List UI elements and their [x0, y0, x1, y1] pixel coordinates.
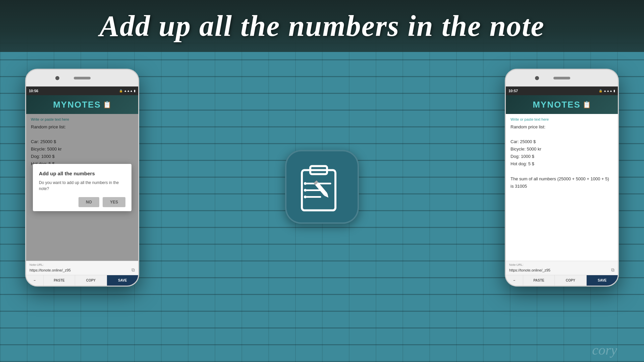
speaker-right [553, 77, 570, 79]
url-text-left: https://tonote.online/_z95 [30, 268, 71, 272]
note-area-right[interactable]: Write or paste text here Random price li… [506, 114, 618, 261]
top-banner: Add up all the numbers in the note [0, 0, 644, 52]
svg-point-7 [304, 196, 307, 198]
phone-top-left [26, 70, 138, 86]
phone-right: 10:57 🔒 ▲▲▲ ▮ MYNOTES 📋 Write or paste t… [505, 69, 619, 287]
dialog-yes-button[interactable]: Yes [103, 197, 125, 207]
url-label-right: Note-URL: [509, 263, 614, 266]
screen-right: 10:57 🔒 ▲▲▲ ▮ MYNOTES 📋 Write or paste t… [506, 86, 618, 286]
wifi-icon-right: ▲▲▲ [603, 89, 612, 93]
dialog-buttons: No Yes [39, 197, 125, 207]
phone-top-right [506, 70, 618, 86]
save-button-left[interactable]: SAVE [107, 275, 138, 286]
note-label-right: Write or paste text here [511, 117, 613, 121]
copy-button-left[interactable]: COPY [75, 275, 107, 286]
note-text-right: Random price list:Car: 25000 $Bicycle: 5… [511, 123, 613, 190]
copy-button-right[interactable]: COPY [555, 275, 586, 286]
url-row-right: https://tonote.online/_z95 ⧉ [509, 267, 614, 273]
note-area-left: Write or paste text here Random price li… [26, 114, 138, 261]
url-row-left: https://tonote.online/_z95 ⧉ [30, 267, 135, 273]
url-copy-icon-left[interactable]: ⧉ [131, 267, 135, 273]
phone-left: 10:56 🔒 ▲▲▲ ▮ MYNOTES 📋 Write or paste t… [25, 69, 139, 287]
dialog-message: Do you want to add up all the numbers in… [39, 180, 125, 192]
lock-icon-right: 🔒 [599, 89, 602, 93]
status-time-left: 10:56 [29, 89, 38, 93]
paste-button-left[interactable]: PASTE [44, 275, 75, 286]
status-icons-right: 🔒 ▲▲▲ ▮ [599, 89, 615, 93]
battery-icon-right: ▮ [613, 89, 615, 93]
status-bar-left: 10:56 🔒 ▲▲▲ ▮ [26, 86, 138, 95]
battery-icon-left: ▮ [134, 89, 136, 93]
app-header-left: MYNOTES 📋 [26, 95, 138, 114]
watermark: cory [592, 342, 617, 358]
status-icons-left: 🔒 ▲▲▲ ▮ [119, 89, 136, 93]
status-time-right: 10:57 [508, 89, 518, 93]
app-title-right: MYNOTES [533, 100, 581, 110]
lock-icon-left: 🔒 [119, 89, 123, 93]
dialog: Add up all the numbers Do you want to ad… [33, 164, 131, 211]
camera-icon-left [55, 76, 59, 80]
url-label-left: Note-URL: [30, 263, 135, 266]
wifi-icon-left: ▲▲▲ [124, 89, 133, 93]
url-bar-right: Note-URL: https://tonote.online/_z95 ⧉ [506, 261, 618, 275]
action-buttons-right: – PASTE COPY SAVE [506, 275, 618, 286]
app-icon-svg [295, 160, 349, 214]
dialog-no-button[interactable]: No [78, 197, 99, 207]
status-bar-right: 10:57 🔒 ▲▲▲ ▮ [506, 86, 618, 95]
action-buttons-left: – PASTE COPY SAVE [26, 275, 138, 286]
dialog-title: Add up all the numbers [39, 171, 125, 176]
paste-button-right[interactable]: PASTE [523, 275, 555, 286]
headline: Add up all the numbers in the note [99, 9, 544, 43]
app-header-right: MYNOTES 📋 [506, 95, 618, 114]
camera-icon-right [535, 76, 539, 80]
clipboard-icon-right: 📋 [583, 101, 591, 109]
app-title-left: MYNOTES [53, 100, 101, 110]
svg-point-5 [304, 182, 307, 185]
clipboard-icon-left: 📋 [103, 101, 111, 109]
app-icon [285, 150, 359, 224]
url-copy-icon-right[interactable]: ⧉ [611, 267, 614, 273]
speaker-left [74, 77, 91, 79]
save-button-right[interactable]: SAVE [587, 275, 618, 286]
url-bar-left: Note-URL: https://tonote.online/_z95 ⧉ [26, 261, 138, 275]
dialog-overlay: Add up all the numbers Do you want to ad… [26, 114, 138, 261]
url-text-right: https://tonote.online/_z95 [509, 268, 550, 272]
app-icon-container [285, 150, 359, 224]
svg-point-6 [304, 189, 307, 192]
screen-left: 10:56 🔒 ▲▲▲ ▮ MYNOTES 📋 Write or paste t… [26, 86, 138, 286]
